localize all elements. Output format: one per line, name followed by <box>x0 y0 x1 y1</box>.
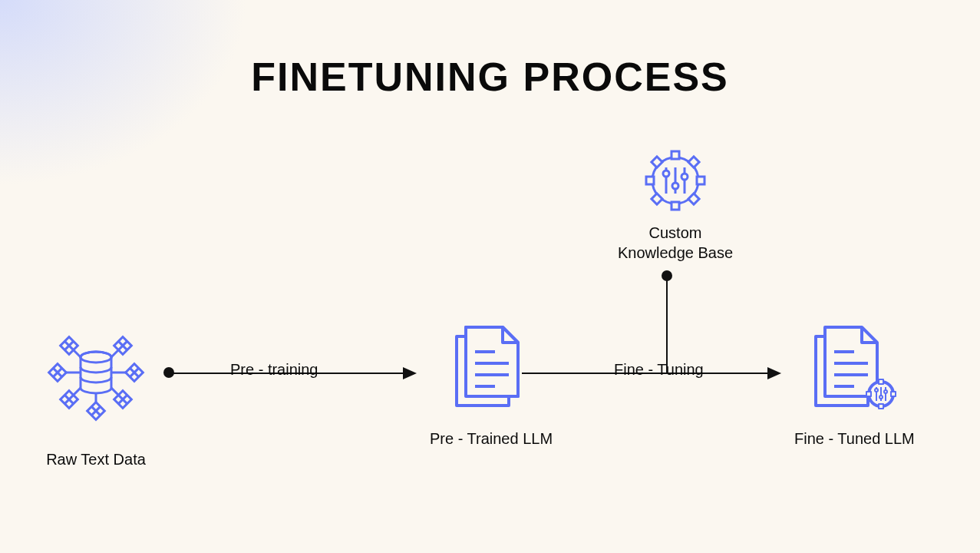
svg-point-68 <box>884 390 887 393</box>
svg-rect-60 <box>879 404 883 409</box>
node-label-pretrained: Pre - Trained LLM <box>430 429 553 449</box>
node-finetuned-llm: Fine - Tuned LLM <box>794 321 915 449</box>
svg-rect-39 <box>671 151 679 159</box>
svg-rect-40 <box>671 202 679 210</box>
connector-kb-dot <box>662 270 672 281</box>
document-gear-icon <box>808 321 900 417</box>
gear-sliders-icon <box>641 146 710 215</box>
node-label-finetuned: Fine - Tuned LLM <box>794 429 915 449</box>
connector-start-dot <box>163 367 174 378</box>
svg-point-66 <box>879 396 883 399</box>
line-kb-down <box>665 278 669 374</box>
svg-rect-59 <box>879 379 883 384</box>
document-stack-icon <box>449 321 533 413</box>
node-custom-knowledge-base: Custom Knowledge Base <box>610 146 741 263</box>
svg-rect-61 <box>866 392 871 396</box>
edge-label-finetuning: Fine - Tuning <box>614 361 704 379</box>
svg-marker-37 <box>767 367 781 379</box>
svg-rect-62 <box>891 392 896 396</box>
node-label-raw-text: Raw Text Data <box>46 449 146 469</box>
svg-marker-31 <box>403 367 417 379</box>
svg-point-48 <box>663 171 669 177</box>
svg-point-50 <box>672 183 678 189</box>
svg-point-52 <box>681 174 688 180</box>
svg-point-64 <box>875 389 878 392</box>
node-raw-text-data: Raw Text Data <box>42 319 150 469</box>
node-pretrained-llm: Pre - Trained LLM <box>430 321 553 449</box>
svg-rect-42 <box>697 177 704 184</box>
database-network-icon <box>42 319 150 426</box>
diagram-title: FINETUNING PROCESS <box>0 54 980 100</box>
svg-rect-41 <box>646 177 654 184</box>
edge-label-pretraining: Pre - training <box>230 361 318 379</box>
node-label-custom-kb: Custom Knowledge Base <box>618 223 733 263</box>
